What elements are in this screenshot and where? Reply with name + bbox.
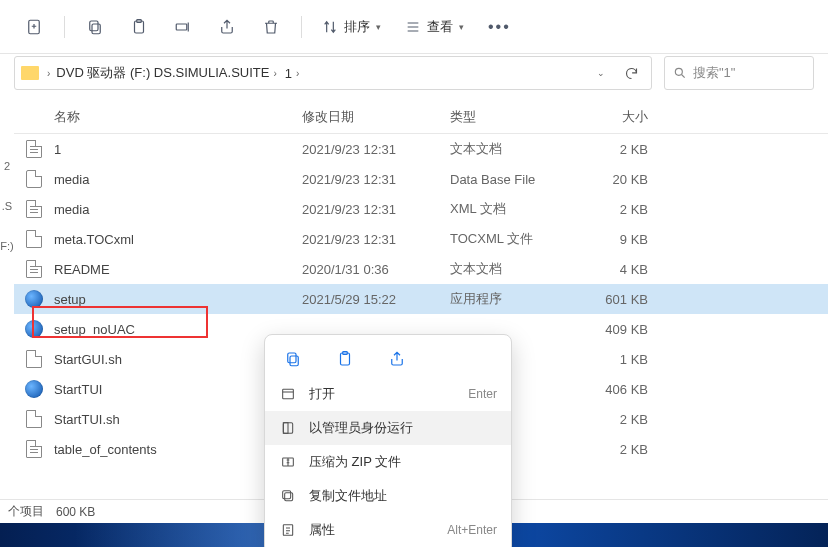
search-icon	[673, 66, 687, 80]
context-menu: 打开 Enter 以管理员身份运行 压缩为 ZIP 文件 复制文件地址 属性 A…	[264, 334, 512, 547]
app-icon	[25, 290, 43, 308]
file-size: 406 KB	[588, 382, 668, 397]
chevron-right-icon: ›	[47, 68, 50, 79]
copy-path-icon	[279, 488, 297, 504]
rename-button[interactable]	[163, 9, 203, 45]
file-type: XML 文档	[450, 200, 588, 218]
file-row[interactable]: media2021/9/23 12:31Data Base File20 KB	[14, 164, 828, 194]
file-size: 1 KB	[588, 352, 668, 367]
cm-label: 压缩为 ZIP 文件	[309, 453, 401, 471]
text-file-icon	[26, 140, 42, 158]
history-dropdown[interactable]: ⌄	[587, 59, 615, 87]
toolbar: 排序 ▾ 查看 ▾ •••	[0, 0, 828, 54]
file-type: 应用程序	[450, 290, 588, 308]
cm-copy-path[interactable]: 复制文件地址	[265, 479, 511, 513]
side-item[interactable]: 2	[0, 160, 14, 172]
cm-label: 复制文件地址	[309, 487, 387, 505]
svg-rect-8	[288, 353, 296, 363]
cm-run-as-admin[interactable]: 以管理员身份运行	[265, 411, 511, 445]
cm-shortcut: Alt+Enter	[447, 523, 497, 537]
file-name: setup	[54, 292, 302, 307]
file-type: 文本文档	[450, 260, 588, 278]
chevron-right-icon: ›	[273, 68, 276, 79]
svg-rect-15	[285, 493, 293, 501]
text-file-icon	[26, 200, 42, 218]
new-button[interactable]	[14, 9, 54, 45]
sidebar-strip: 2 .S F:)	[0, 100, 14, 523]
properties-icon	[279, 522, 297, 538]
app-icon	[25, 380, 43, 398]
cm-paste-button[interactable]	[329, 344, 361, 374]
cm-share-button[interactable]	[381, 344, 413, 374]
file-size: 2 KB	[588, 442, 668, 457]
divider	[64, 16, 65, 38]
file-date: 2021/9/23 12:31	[302, 202, 450, 217]
sort-label: 排序	[344, 18, 370, 36]
cm-copy-button[interactable]	[277, 344, 309, 374]
cm-open[interactable]: 打开 Enter	[265, 377, 511, 411]
search-input[interactable]: 搜索"1"	[664, 56, 814, 90]
share-button[interactable]	[207, 9, 247, 45]
db-file-icon	[26, 170, 42, 188]
file-date: 2021/5/29 15:22	[302, 292, 450, 307]
breadcrumb-root[interactable]: DVD 驱动器 (F:) DS.SIMULIA.SUITE ›	[54, 62, 278, 84]
shield-icon	[279, 420, 297, 436]
file-size: 601 KB	[588, 292, 668, 307]
app-icon	[25, 320, 43, 338]
cm-properties[interactable]: 属性 Alt+Enter	[265, 513, 511, 547]
side-item[interactable]: F:)	[0, 240, 14, 252]
more-button[interactable]: •••	[478, 18, 521, 36]
file-date: 2020/1/31 0:36	[302, 262, 450, 277]
column-headers: 名称 修改日期 类型 大小	[14, 100, 828, 134]
file-date: 2021/9/23 12:31	[302, 142, 450, 157]
copy-button[interactable]	[75, 9, 115, 45]
zip-icon	[279, 454, 297, 470]
file-date: 2021/9/23 12:31	[302, 232, 450, 247]
context-menu-quickbar	[265, 341, 511, 377]
file-size: 9 KB	[588, 232, 668, 247]
svg-rect-1	[92, 24, 100, 34]
breadcrumb-bar[interactable]: › DVD 驱动器 (F:) DS.SIMULIA.SUITE › 1 › ⌄	[14, 56, 652, 90]
text-file-icon	[26, 260, 42, 278]
file-name: media	[54, 202, 302, 217]
svg-point-6	[675, 68, 682, 75]
search-placeholder: 搜索"1"	[693, 64, 735, 82]
cm-label: 属性	[309, 521, 335, 539]
file-name: setup_noUAC	[54, 322, 302, 337]
svg-rect-11	[283, 389, 294, 398]
breadcrumb-label: 1	[285, 66, 292, 81]
file-type: Data Base File	[450, 172, 588, 187]
delete-button[interactable]	[251, 9, 291, 45]
cm-shortcut: Enter	[468, 387, 497, 401]
file-row[interactable]: meta.TOCxml2021/9/23 12:31TOCXML 文件9 KB	[14, 224, 828, 254]
file-name: meta.TOCxml	[54, 232, 302, 247]
col-name[interactable]: 名称	[14, 108, 302, 126]
svg-rect-16	[283, 491, 291, 499]
view-dropdown[interactable]: 查看 ▾	[395, 9, 474, 45]
svg-rect-13	[283, 423, 288, 434]
col-type[interactable]: 类型	[450, 108, 588, 126]
side-item[interactable]: .S	[0, 200, 14, 212]
paste-button[interactable]	[119, 9, 159, 45]
col-date[interactable]: 修改日期	[302, 108, 450, 126]
file-size: 2 KB	[588, 412, 668, 427]
svg-rect-7	[290, 356, 298, 366]
file-icon	[26, 230, 42, 248]
file-row[interactable]: README2020/1/31 0:36文本文档4 KB	[14, 254, 828, 284]
cm-compress-zip[interactable]: 压缩为 ZIP 文件	[265, 445, 511, 479]
refresh-button[interactable]	[617, 59, 645, 87]
file-type: TOCXML 文件	[450, 230, 588, 248]
file-row[interactable]: media2021/9/23 12:31XML 文档2 KB	[14, 194, 828, 224]
breadcrumb-sub[interactable]: 1 ›	[283, 64, 302, 83]
file-date: 2021/9/23 12:31	[302, 172, 450, 187]
status-size: 600 KB	[56, 505, 95, 519]
file-size: 2 KB	[588, 202, 668, 217]
col-size[interactable]: 大小	[588, 108, 668, 126]
file-row[interactable]: 12021/9/23 12:31文本文档2 KB	[14, 134, 828, 164]
file-row[interactable]: setup2021/5/29 15:22应用程序601 KB	[14, 284, 828, 314]
sort-dropdown[interactable]: 排序 ▾	[312, 9, 391, 45]
cm-label: 打开	[309, 385, 335, 403]
file-size: 409 KB	[588, 322, 668, 337]
chevron-down-icon: ▾	[459, 22, 464, 32]
chevron-right-icon: ›	[296, 68, 299, 79]
